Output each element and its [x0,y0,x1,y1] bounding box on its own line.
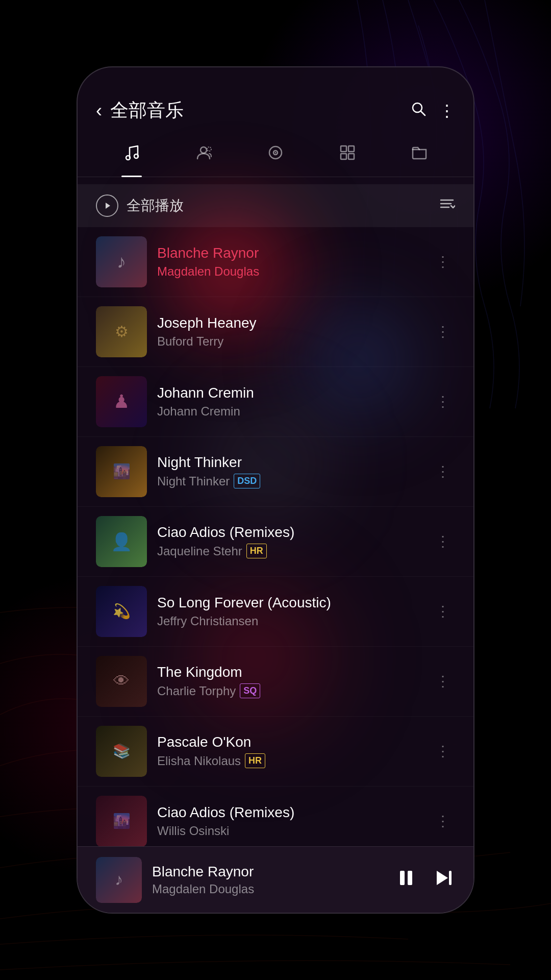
play-all-label: 全部播放 [127,196,439,215]
app-content: ‹ 全部音乐 ⋮ [78,67,473,913]
list-item[interactable]: 👁 The Kingdom Charlie Torphy SQ ⋮ [78,647,473,717]
tab-grid[interactable] [311,138,383,172]
quality-badge: DSD [234,474,260,488]
song-list: ♪ Blanche Raynor Magdalen Douglas ⋮ ⚙ [78,227,473,846]
svg-point-8 [274,152,276,154]
svg-rect-20 [449,871,452,885]
song-thumbnail: 💫 [96,586,147,637]
song-artist: Magdalen Douglas [157,264,420,279]
song-more-button[interactable]: ⋮ [431,318,455,345]
svg-marker-13 [106,203,110,209]
svg-point-4 [201,147,207,153]
svg-rect-9 [341,146,346,152]
list-item[interactable]: ⚙ Joseph Heaney Buford Terry ⋮ [78,297,473,367]
song-thumbnail: 👤 [96,516,147,567]
artists-tab-icon [194,143,213,166]
song-info: Johann Cremin Johann Cremin [157,385,420,419]
song-title: So Long Forever (Acoustic) [157,595,420,611]
now-playing-title: Blanche Raynor [152,864,385,880]
song-thumbnail: 👁 [96,656,147,707]
quality-badge: HR [246,544,267,558]
list-item[interactable]: 🌆 Ciao Adios (Remixes) Willis Osinski ⋮ [78,787,473,846]
play-all-bar[interactable]: 全部播放 [78,184,473,227]
song-title: Night Thinker [157,454,420,471]
song-thumbnail: ♪ [96,236,147,287]
song-info: Night Thinker Night Thinker DSD [157,454,420,488]
folders-tab-icon [410,143,429,166]
now-playing-artist: Magdalen Douglas [152,882,385,896]
song-title: Ciao Adios (Remixes) [157,524,420,541]
song-artist: Jeffry Christiansen [157,614,420,628]
song-artist: Willis Osinski [157,824,420,838]
song-more-button[interactable]: ⋮ [431,807,455,835]
svg-rect-12 [348,154,354,159]
song-more-button[interactable]: ⋮ [431,668,455,695]
song-artist: Buford Terry [157,334,420,349]
song-thumbnail: 📚 [96,726,147,777]
quality-badge: HR [245,753,265,768]
song-more-button[interactable]: ⋮ [431,598,455,625]
song-more-button[interactable]: ⋮ [431,738,455,765]
song-artist: Night Thinker DSD [157,474,420,488]
svg-rect-11 [341,154,346,159]
playback-controls [395,867,455,893]
back-button[interactable]: ‹ [96,102,102,120]
search-icon[interactable] [410,101,427,121]
song-info: Joseph Heaney Buford Terry [157,315,420,349]
song-info: Pascale O'Kon Elisha Nikolaus HR [157,734,420,768]
song-thumbnail: 🌆 [96,446,147,497]
list-item[interactable]: 👤 Ciao Adios (Remixes) Jaqueline Stehr H… [78,507,473,577]
tab-artists[interactable] [168,138,240,172]
list-item[interactable]: 📚 Pascale O'Kon Elisha Nikolaus HR ⋮ [78,717,473,787]
song-title: Blanche Raynor [157,245,420,261]
more-options-icon[interactable]: ⋮ [439,101,455,120]
song-more-button[interactable]: ⋮ [431,458,455,485]
now-playing-bar[interactable]: ♪ Blanche Raynor Magdalen Douglas [78,846,473,913]
sort-icon[interactable] [439,197,455,214]
albums-tab-icon [266,143,285,166]
header: ‹ 全部音乐 ⋮ [78,67,473,133]
svg-line-1 [421,111,425,115]
song-artist: Johann Cremin [157,404,420,419]
play-all-button[interactable] [96,194,118,217]
tab-albums[interactable] [240,138,312,172]
skip-next-button[interactable] [433,867,455,893]
now-playing-thumbnail: ♪ [96,857,142,903]
song-info: Blanche Raynor Magdalen Douglas [157,245,420,279]
grid-tab-icon [338,143,357,166]
list-item[interactable]: ♪ Blanche Raynor Magdalen Douglas ⋮ [78,227,473,297]
tab-folders[interactable] [383,138,455,172]
svg-rect-18 [408,871,412,885]
nav-tabs [78,133,473,177]
song-info: So Long Forever (Acoustic) Jeffry Christ… [157,595,420,628]
song-artist: Elisha Nikolaus HR [157,753,420,768]
song-title: Pascale O'Kon [157,734,420,750]
song-more-button[interactable]: ⋮ [431,528,455,555]
song-info: Ciao Adios (Remixes) Willis Osinski [157,804,420,838]
song-info: The Kingdom Charlie Torphy SQ [157,664,420,698]
song-title: Joseph Heaney [157,315,420,331]
song-artist: Jaqueline Stehr HR [157,544,420,558]
tab-songs[interactable] [96,138,168,172]
songs-tab-icon [122,143,141,166]
quality-badge: SQ [240,683,260,698]
song-more-button[interactable]: ⋮ [431,388,455,415]
svg-point-3 [134,154,138,158]
song-thumbnail: 🌆 [96,796,147,846]
song-more-button[interactable]: ⋮ [431,248,455,275]
song-title: Johann Cremin [157,385,420,401]
song-thumbnail: ♟ [96,376,147,427]
song-title: The Kingdom [157,664,420,680]
list-item[interactable]: 🌆 Night Thinker Night Thinker DSD ⋮ [78,437,473,507]
list-item[interactable]: 💫 So Long Forever (Acoustic) Jeffry Chri… [78,577,473,647]
svg-rect-10 [348,146,354,152]
svg-point-2 [126,156,130,160]
svg-rect-17 [400,871,405,885]
pause-button[interactable] [395,867,417,893]
now-playing-info: Blanche Raynor Magdalen Douglas [152,864,385,896]
svg-marker-19 [437,871,448,885]
song-thumbnail: ⚙ [96,306,147,357]
phone-container: ‹ 全部音乐 ⋮ [77,66,474,914]
list-item[interactable]: ♟ Johann Cremin Johann Cremin ⋮ [78,367,473,437]
song-artist: Charlie Torphy SQ [157,683,420,698]
